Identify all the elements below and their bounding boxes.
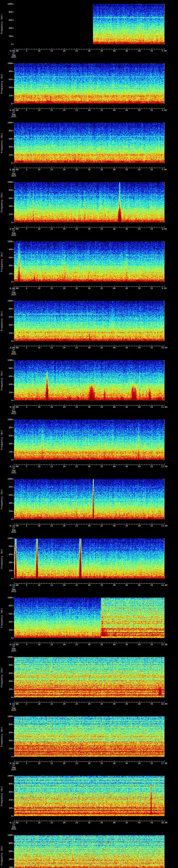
x-tick-mark xyxy=(74,167,75,168)
x-tick-label: 55 xyxy=(151,347,153,349)
y-tick-mark xyxy=(12,638,14,638)
x-tick-label: 5 xyxy=(26,762,27,764)
x-tick-mark xyxy=(77,761,77,762)
x-tick-label: 10 xyxy=(38,406,40,408)
y-tick-label: 200 xyxy=(5,154,12,156)
x-tick-mark xyxy=(39,464,39,465)
right-tick-mark xyxy=(164,198,164,198)
x-tick-mark xyxy=(134,167,135,168)
y-tick-label: 0 xyxy=(5,43,12,45)
x-tick-mark xyxy=(164,285,165,287)
x-axis-end-time: 15:00 xyxy=(161,644,168,646)
right-tick-mark xyxy=(164,495,164,495)
x-tick-mark xyxy=(159,167,159,168)
x-tick-mark xyxy=(159,583,159,584)
x-tick-label: 30 xyxy=(88,406,90,408)
x-tick-mark xyxy=(157,167,157,168)
x-tick-mark xyxy=(77,285,77,287)
y-tick-label: 200 xyxy=(5,629,12,631)
right-tick-mark xyxy=(164,784,164,784)
x-tick-label: 15 xyxy=(51,525,53,527)
y-tick-label: 600 xyxy=(5,375,12,377)
y-tick-label: 600 xyxy=(5,732,12,734)
x-tick-mark xyxy=(71,227,72,227)
x-axis-line xyxy=(14,108,165,109)
date-year: 2015 xyxy=(11,353,16,355)
x-tick-label: 55 xyxy=(151,287,153,289)
x-tick-mark xyxy=(59,642,59,643)
spectrogram-canvas xyxy=(14,776,164,816)
x-tick-mark xyxy=(47,49,47,49)
x-tick-mark xyxy=(77,642,77,643)
x-tick-mark xyxy=(147,464,147,465)
x-tick-mark xyxy=(129,405,129,405)
right-tick-mark xyxy=(164,503,164,503)
x-tick-mark xyxy=(77,464,77,465)
x-tick-mark xyxy=(82,167,82,168)
x-tick-label: 55 xyxy=(151,406,153,408)
x-tick-mark xyxy=(159,702,159,702)
y-tick-mark xyxy=(12,776,14,776)
x-tick-mark xyxy=(87,405,87,405)
y-tick-label: 600 xyxy=(5,138,12,140)
x-tick-mark xyxy=(62,49,62,49)
x-tick-mark xyxy=(64,226,64,227)
x-tick-mark xyxy=(34,642,34,643)
y-tick-label: 0 xyxy=(5,281,12,283)
x-tick-label: 10 xyxy=(38,109,40,111)
y-tick-label: 400 xyxy=(5,680,12,682)
x-tick-mark xyxy=(41,583,42,584)
spectrogram-panel: Frequency (Hz) 6:06:00 7:00 17 Sep 2015 … xyxy=(0,119,178,178)
y-tick-mark xyxy=(12,420,14,420)
x-tick-mark xyxy=(52,107,52,108)
x-tick-mark xyxy=(152,523,152,524)
x-tick-mark xyxy=(139,107,140,108)
x-tick-label: 40 xyxy=(113,822,115,824)
x-tick-mark xyxy=(164,464,165,465)
right-tick-mark xyxy=(164,733,164,733)
spectrogram-canvas xyxy=(14,420,164,460)
x-tick-label: 25 xyxy=(76,109,78,111)
x-tick-label: 5 xyxy=(26,406,27,408)
x-tick-mark xyxy=(129,820,129,821)
date-year: 2015 xyxy=(11,175,16,177)
x-tick-mark xyxy=(39,285,39,287)
x-tick-mark xyxy=(147,345,147,346)
x-tick-mark xyxy=(147,49,147,49)
x-tick-mark xyxy=(94,108,94,108)
x-tick-label: 45 xyxy=(125,406,128,408)
x-tick-label: 45 xyxy=(125,465,128,467)
right-tick-mark xyxy=(164,483,164,483)
x-tick-label: 20 xyxy=(63,465,65,467)
right-tick-mark xyxy=(164,756,164,757)
x-tick-mark xyxy=(66,108,67,108)
x-tick-mark xyxy=(71,702,72,702)
x-tick-label: 35 xyxy=(100,703,103,705)
y-tick-label: 800 xyxy=(5,427,12,429)
x-tick-mark xyxy=(94,642,94,643)
x-tick-label: 25 xyxy=(76,762,78,764)
x-tick-mark xyxy=(69,642,69,643)
right-tick-mark xyxy=(164,566,164,567)
x-tick-mark xyxy=(34,345,34,346)
x-tick-mark xyxy=(94,761,94,762)
x-tick-mark xyxy=(82,583,82,584)
x-tick-mark xyxy=(64,107,64,108)
x-tick-label: 45 xyxy=(125,228,128,230)
x-tick-label: 5 xyxy=(26,465,27,467)
x-tick-mark xyxy=(62,345,62,346)
right-tick-mark xyxy=(164,75,164,76)
x-tick-mark xyxy=(164,107,165,108)
x-tick-mark xyxy=(94,820,94,821)
x-tick-mark xyxy=(162,642,162,643)
x-tick-mark xyxy=(62,642,62,643)
x-tick-mark xyxy=(82,464,82,465)
x-tick-mark xyxy=(34,524,34,524)
y-axis-title: Frequency (Hz) xyxy=(0,776,3,816)
x-tick-mark xyxy=(57,524,57,524)
x-tick-mark xyxy=(159,108,159,108)
spectrogram-canvas xyxy=(14,123,164,163)
spectrogram-canvas xyxy=(14,657,164,698)
x-tick-label: 15 xyxy=(51,109,53,111)
y-tick-label: 600 xyxy=(5,19,12,21)
